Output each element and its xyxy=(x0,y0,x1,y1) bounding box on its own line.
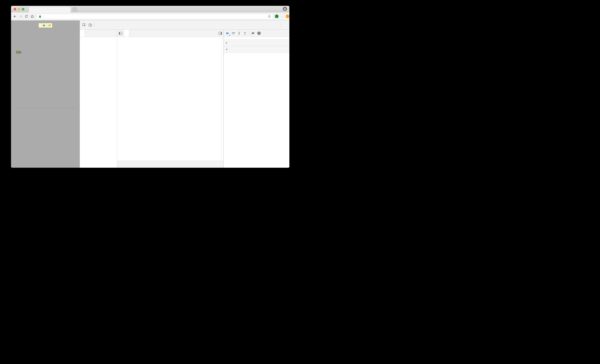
editor-tab-vuejs[interactable] xyxy=(124,29,129,37)
browser-window: ⁎ xyxy=(11,6,289,168)
breakpoint-category-list xyxy=(224,53,289,168)
reload-button[interactable] xyxy=(25,15,28,18)
screenshot-root: ⁎ xyxy=(0,0,300,182)
editor-status-bar xyxy=(117,161,224,168)
browser-toolbar: ⁎ xyxy=(11,12,289,20)
person-icon xyxy=(283,7,286,10)
url-divider xyxy=(44,15,44,18)
url-bar[interactable] xyxy=(37,14,273,19)
paused-banner-label xyxy=(39,23,42,28)
extension-alert-icon[interactable] xyxy=(286,15,289,18)
secure-lock-icon xyxy=(39,15,41,18)
sources-panel xyxy=(80,29,289,168)
back-button[interactable] xyxy=(13,15,17,18)
page-divider xyxy=(16,108,75,108)
editor-scrollbar[interactable] xyxy=(221,37,224,161)
source-editor xyxy=(117,29,224,168)
chevron-down-icon xyxy=(226,49,227,50)
pause-on-exceptions-button[interactable] xyxy=(257,31,261,35)
demo-page xyxy=(11,20,80,168)
navigator-header xyxy=(80,29,117,37)
scrolled-section-sliver xyxy=(224,37,289,40)
file-tree xyxy=(80,37,117,38)
profile-avatar[interactable] xyxy=(283,7,287,11)
close-window-button[interactable] xyxy=(14,8,16,10)
minimize-window-button[interactable] xyxy=(18,8,20,10)
devtools-controls xyxy=(281,22,289,27)
bookmark-star-icon[interactable] xyxy=(268,15,271,18)
browser-tab[interactable] xyxy=(29,7,71,12)
section-global-listeners[interactable] xyxy=(224,40,289,46)
step-into-icon xyxy=(237,31,241,35)
click-count-button[interactable] xyxy=(16,51,21,53)
step-out-icon xyxy=(243,31,247,35)
deactivate-breakpoints-icon xyxy=(251,31,255,35)
toolbar-separator xyxy=(249,31,249,35)
devtools-tab-bar xyxy=(80,20,289,29)
resume-icon xyxy=(43,24,46,27)
step-out-button[interactable] xyxy=(243,31,247,35)
step-into-button[interactable] xyxy=(237,31,241,35)
extension-check-icon[interactable] xyxy=(275,15,279,18)
hide-navigator-icon[interactable] xyxy=(117,29,124,37)
resume-icon xyxy=(225,31,229,35)
extension-ghost-icon[interactable]: ⁎ xyxy=(280,15,284,18)
device-toolbar-icon[interactable] xyxy=(88,23,92,27)
debugger-sidebar xyxy=(224,29,289,168)
inspect-element-icon[interactable] xyxy=(82,23,86,27)
step-over-icon xyxy=(231,31,235,35)
navigator-menu-icon[interactable] xyxy=(113,29,117,37)
new-tab-button[interactable] xyxy=(72,7,78,12)
step-over-icon xyxy=(48,24,51,27)
show-debugger-sidebar-icon[interactable] xyxy=(217,29,224,37)
step-over-button[interactable] xyxy=(231,31,235,35)
title-bar xyxy=(11,6,289,12)
pause-on-exceptions-icon xyxy=(257,31,261,35)
editor-tab-bar xyxy=(117,29,224,37)
step-over-banner-button[interactable] xyxy=(47,23,52,28)
paused-in-debugger-banner xyxy=(38,23,52,28)
home-button[interactable] xyxy=(30,15,34,18)
resume-button[interactable] xyxy=(225,31,229,35)
deactivate-breakpoints-button[interactable] xyxy=(251,31,255,35)
devtools-panel xyxy=(80,20,289,168)
zoom-window-button[interactable] xyxy=(22,8,24,10)
debugger-toolbar xyxy=(224,29,289,37)
window-content xyxy=(11,20,289,168)
navigator-tab-network[interactable] xyxy=(80,29,85,37)
code-viewer[interactable] xyxy=(117,37,224,161)
navigator-more-tabs-chevron[interactable] xyxy=(85,29,89,37)
forward-button[interactable] xyxy=(19,15,23,18)
file-navigator xyxy=(80,29,117,168)
chevron-right-icon xyxy=(226,42,227,44)
section-event-listener-breakpoints[interactable] xyxy=(224,46,289,53)
resume-script-button[interactable] xyxy=(42,23,47,28)
